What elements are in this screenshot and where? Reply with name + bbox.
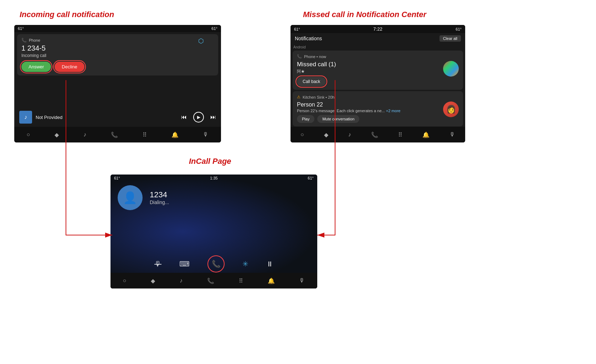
contact-call-status: Dialing... xyxy=(150,199,169,205)
media-album-art: ♪ xyxy=(19,111,32,124)
missed-call-sub: 阿★ xyxy=(297,69,443,74)
end-call-button[interactable]: 📞 xyxy=(207,255,225,272)
clear-all-button[interactable]: Clear all xyxy=(440,35,461,42)
contact-name: 1234 xyxy=(150,190,169,199)
nav-bell-icon[interactable]: 🔔 xyxy=(171,131,179,138)
incall-title: InCall Page xyxy=(189,157,231,166)
nav-diamond-icon[interactable]: ◆ xyxy=(55,131,59,138)
contact-info: 1234 Dialing... xyxy=(150,190,169,205)
incall-status-bar: 61° 1:35 61° xyxy=(111,175,317,182)
missed-call-info: Missed call (1) 阿★ Call back xyxy=(297,61,443,86)
missed-call-count: Missed call (1) xyxy=(297,61,443,68)
mute-icon[interactable]: 🎙 xyxy=(154,260,161,268)
incall-controls: 🎙 ⌨ 📞 ✳ ⏸ xyxy=(111,255,317,272)
answer-button[interactable]: Answer xyxy=(21,62,51,72)
missed-temp-right: 61° xyxy=(456,27,462,31)
media-title: Not Provided xyxy=(36,115,178,120)
more-badge: +2 more xyxy=(386,109,401,113)
notif-app-name: Phone xyxy=(29,38,40,42)
caller-number: 1 234-5 xyxy=(21,44,214,52)
next-track-icon[interactable]: ⏭ xyxy=(210,114,216,120)
missed-call-app-header: 📞 Phone • now xyxy=(297,54,459,59)
missed-time: 7:22 xyxy=(373,26,382,32)
media-bar: ♪ Not Provided ⏮ ▶ ⏭ xyxy=(14,108,221,126)
missed-call-app: Phone • now xyxy=(304,54,326,59)
missed-call-row: Missed call (1) 阿★ Call back xyxy=(297,61,459,86)
nav-mic-icon-incall[interactable]: 🎙 xyxy=(299,277,305,284)
missed-call-card: 📞 Phone • now Missed call (1) 阿★ Call ba… xyxy=(293,51,463,90)
person22-row: Person 22 Person 22's message; Each clic… xyxy=(297,102,459,123)
notifications-title: Notifications xyxy=(295,36,322,41)
person22-info: Person 22 Person 22's message; Each clic… xyxy=(297,102,443,123)
bluetooth-ctrl-icon[interactable]: ✳ xyxy=(242,260,248,268)
call-status: Incoming call xyxy=(21,53,214,58)
person22-message: Person 22's message; Each click generate… xyxy=(297,109,443,113)
incoming-temp-right: 61° xyxy=(211,26,217,31)
missed-call-title: Missed call in Notification Center xyxy=(303,10,426,19)
nav-diamond-icon-missed[interactable]: ◆ xyxy=(324,131,328,138)
incall-bottom-nav: ○ ◆ ♪ 📞 ⠿ 🔔 🎙 xyxy=(111,273,317,288)
home-icon[interactable]: ○ xyxy=(26,131,30,138)
bluetooth-icon: ⬡ xyxy=(198,37,204,45)
missed-call-screen: 61° 7:22 61° Notifications Clear all And… xyxy=(291,25,465,142)
incoming-bottom-nav: ○ ◆ ♪ 📞 ⠿ 🔔 🎙 xyxy=(14,127,221,142)
contact-avatar: 👤 xyxy=(118,185,143,210)
missed-bottom-nav: ○ ◆ ♪ 📞 ⠿ 🔔 🎙 xyxy=(291,127,465,142)
nav-grid-icon-missed[interactable]: ⠿ xyxy=(398,131,402,138)
incoming-status-bar: 61° 61° xyxy=(14,25,221,32)
nav-phone-icon[interactable]: 📞 xyxy=(111,131,118,138)
person22-avatar: 👩 xyxy=(443,102,459,117)
person22-card: ⚠ Kitchen Sink • 20h Person 22 Person 22… xyxy=(293,91,463,126)
hold-icon[interactable]: ⏸ xyxy=(266,260,273,268)
notifications-header: Notifications Clear all xyxy=(291,33,465,44)
mute-conversation-button[interactable]: Mute conversation xyxy=(317,115,359,123)
media-controls: ⏮ ▶ ⏭ xyxy=(181,112,216,123)
nav-grid-icon-incall[interactable]: ⠿ xyxy=(239,277,243,284)
nav-phone-icon-incall[interactable]: 📞 xyxy=(207,277,214,284)
play-button-notif[interactable]: Play xyxy=(297,115,314,123)
nav-bell-icon-incall[interactable]: 🔔 xyxy=(268,277,275,284)
keypad-icon[interactable]: ⌨ xyxy=(179,260,190,268)
missed-status-bar: 61° 7:22 61° xyxy=(291,25,465,33)
incoming-temp-left: 61° xyxy=(18,26,24,31)
decline-button[interactable]: Decline xyxy=(55,62,84,72)
incall-temp-left: 61° xyxy=(114,176,120,180)
nav-mic-icon-missed[interactable]: 🎙 xyxy=(449,131,455,138)
nav-music-icon-missed[interactable]: ♪ xyxy=(348,131,351,138)
nav-mic-icon[interactable]: 🎙 xyxy=(203,131,209,138)
nav-music-icon-incall[interactable]: ♪ xyxy=(180,277,183,284)
nav-grid-icon[interactable]: ⠿ xyxy=(143,131,147,138)
nav-diamond-icon-incall[interactable]: ◆ xyxy=(151,277,155,284)
nav-phone-icon-missed[interactable]: 📞 xyxy=(371,131,378,138)
missed-temp-left: 61° xyxy=(294,27,300,31)
person22-actions: Play Mute conversation xyxy=(297,115,443,123)
kitchen-sink-header: ⚠ Kitchen Sink • 20h xyxy=(297,95,459,99)
incall-temp-right: 61° xyxy=(308,176,314,180)
person22-name: Person 22 xyxy=(297,102,443,108)
phone-app-icon: 📞 xyxy=(21,38,27,43)
call-back-button[interactable]: Call back xyxy=(297,77,326,86)
nav-music-icon[interactable]: ♪ xyxy=(83,131,86,138)
nav-bell-icon-missed[interactable]: 🔔 xyxy=(422,131,430,138)
kitchen-sink-time: Kitchen Sink • 20h xyxy=(303,95,334,99)
home-icon-missed[interactable]: ○ xyxy=(300,131,304,138)
incoming-notification-card: 📞 Phone 1 234-5 Incoming call Answer Dec… xyxy=(17,34,218,76)
android-label: Android xyxy=(291,44,465,49)
home-icon-incall[interactable]: ○ xyxy=(123,277,126,284)
missed-caller-avatar xyxy=(443,61,459,77)
notif-header: 📞 Phone xyxy=(21,38,214,43)
incall-time: 1:35 xyxy=(210,176,217,180)
warning-icon: ⚠ xyxy=(297,95,300,99)
incall-contact-area: 👤 1234 Dialing... xyxy=(118,185,169,210)
play-button[interactable]: ▶ xyxy=(193,112,204,123)
prev-track-icon[interactable]: ⏮ xyxy=(181,114,187,120)
incoming-call-title: Incoming call notification xyxy=(20,10,114,19)
phone-icon-missed: 📞 xyxy=(297,54,302,59)
incoming-call-screen: 61° 61° 📞 Phone 1 234-5 Incoming call An… xyxy=(14,25,221,142)
incall-screen: 61° 1:35 61° 👤 1234 Dialing... 🎙 ⌨ 📞 ✳ ⏸… xyxy=(111,175,317,288)
notif-actions: Answer Decline xyxy=(21,62,214,72)
